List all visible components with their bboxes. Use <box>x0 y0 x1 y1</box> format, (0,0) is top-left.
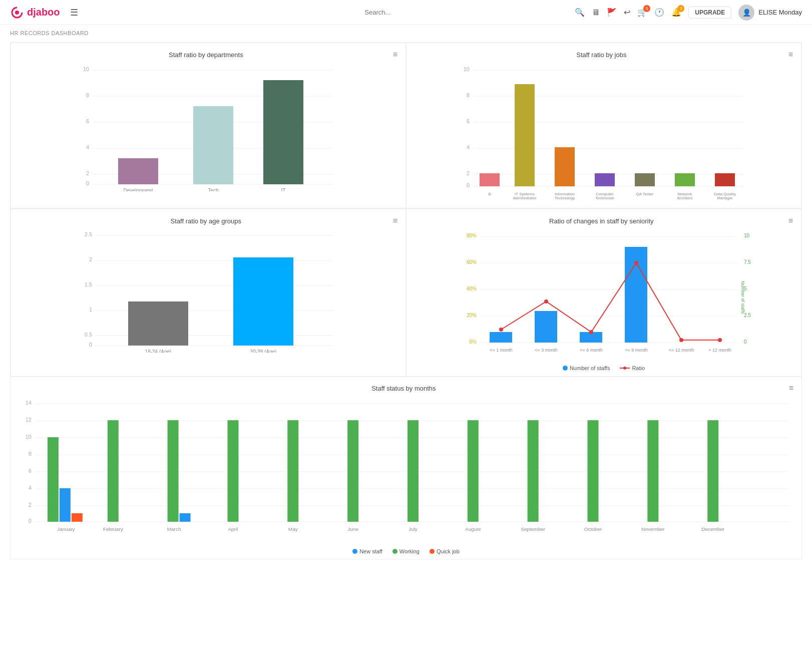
svg-text:IT: IT <box>281 188 286 191</box>
notif-badge: 3 <box>677 5 684 12</box>
monitor-icon[interactable]: 🖥 <box>592 8 600 17</box>
seniority-menu-icon[interactable]: ≡ <box>788 216 793 225</box>
user-info[interactable]: 👤 ELISE Monday <box>738 5 802 21</box>
svg-rect-127 <box>227 420 238 522</box>
jobs-chart-title: Staff ratio by jobs <box>576 51 626 59</box>
upgrade-button[interactable]: UPGRADE <box>688 7 731 19</box>
svg-text:8: 8 <box>29 451 32 457</box>
new-staff-dot <box>352 549 357 554</box>
svg-rect-62 <box>128 301 188 346</box>
svg-rect-47 <box>715 173 735 186</box>
svg-text:0: 0 <box>89 342 92 348</box>
logo[interactable]: djaboo <box>10 6 60 20</box>
svg-text:July: July <box>409 526 418 532</box>
search-bar <box>364 9 565 16</box>
svg-rect-118 <box>48 437 59 522</box>
svg-text:February: February <box>103 526 123 532</box>
svg-text:80%: 80% <box>467 233 477 238</box>
svg-text:10: 10 <box>744 233 750 238</box>
svg-rect-42 <box>635 173 655 186</box>
svg-text:November: November <box>641 526 665 532</box>
flag-icon[interactable]: 🚩 <box>607 8 617 17</box>
svg-point-101 <box>623 367 626 370</box>
svg-text:0.5: 0.5 <box>85 332 92 338</box>
logo-icon <box>10 6 24 20</box>
svg-text:10: 10 <box>464 66 470 72</box>
page: HR RECORDS DASHBOARD Staff ratio by depa… <box>0 25 812 565</box>
svg-rect-44 <box>675 173 695 186</box>
dept-chart: Staff ratio by departments ≡ 10 8 6 4 2 … <box>11 43 406 208</box>
svg-text:2: 2 <box>467 170 470 176</box>
svg-text:<= 1 month: <= 1 month <box>490 348 513 353</box>
svg-text:2.5: 2.5 <box>85 231 92 237</box>
age-menu-icon[interactable]: ≡ <box>393 216 397 225</box>
clock-icon[interactable]: 🕐 <box>654 8 664 17</box>
jobs-menu-icon[interactable]: ≡ <box>788 50 793 59</box>
svg-rect-119 <box>60 488 71 522</box>
svg-text:2: 2 <box>89 256 92 262</box>
ratio-legend-icon <box>620 366 630 371</box>
svg-text:30-39 (Age): 30-39 (Age) <box>250 349 277 353</box>
svg-rect-82 <box>490 332 512 343</box>
svg-rect-120 <box>72 513 83 522</box>
cart-badge: 5 <box>643 5 650 12</box>
svg-text:40%: 40% <box>467 286 477 291</box>
header: djaboo ☰ 🔍 🖥 🚩 ↩ 🛒5 🕐 🔔3 UPGRADE 👤 ELISE… <box>0 0 812 25</box>
search-icon[interactable]: 🔍 <box>575 8 585 17</box>
dept-chart-svg: 10 8 6 4 2 0 Development Tech <box>19 61 397 191</box>
seniority-legend: Number of staffs Ratio <box>415 365 793 371</box>
dept-menu-icon[interactable]: ≡ <box>393 50 397 59</box>
svg-text:<= 12 month: <= 12 month <box>669 348 694 353</box>
svg-text:10: 10 <box>26 434 32 440</box>
svg-text:4: 4 <box>86 144 89 150</box>
quick-job-legend: Quick job <box>430 548 460 554</box>
quick-job-label: Quick job <box>437 548 460 554</box>
svg-rect-135 <box>468 420 479 522</box>
new-staff-label: New staff <box>359 548 382 554</box>
dept-chart-title: Staff ratio by departments <box>169 51 243 59</box>
logo-text: djaboo <box>27 7 60 18</box>
svg-text:1: 1 <box>89 306 92 312</box>
svg-text:March: March <box>167 526 181 532</box>
user-name: ELISE Monday <box>758 9 802 16</box>
monthly-menu-icon[interactable]: ≡ <box>789 384 793 393</box>
ratio-legend-label: Ratio <box>632 365 645 371</box>
svg-text:6: 6 <box>467 118 470 124</box>
svg-text:2: 2 <box>29 502 32 508</box>
svg-text:January: January <box>57 526 75 532</box>
svg-point-94 <box>499 328 503 332</box>
svg-text:B: B <box>488 192 491 196</box>
svg-text:<= 3 month: <= 3 month <box>535 348 558 353</box>
svg-text:Technology: Technology <box>555 196 575 200</box>
svg-rect-15 <box>193 106 233 184</box>
svg-text:4: 4 <box>29 485 32 491</box>
svg-text:<= 9 month: <= 9 month <box>625 348 648 353</box>
hamburger-icon[interactable]: ☰ <box>70 7 78 18</box>
svg-text:4: 4 <box>467 144 470 150</box>
svg-text:1.5: 1.5 <box>85 281 92 287</box>
notif-icon[interactable]: 🔔3 <box>671 8 681 17</box>
svg-point-0 <box>15 11 19 15</box>
search-input[interactable] <box>364 9 565 16</box>
staffs-legend-dot <box>563 366 568 371</box>
svg-rect-139 <box>588 420 599 522</box>
svg-text:Technician: Technician <box>595 196 614 200</box>
cart-icon[interactable]: 🛒5 <box>637 8 647 17</box>
svg-text:Manager: Manager <box>717 196 733 200</box>
svg-text:10: 10 <box>83 66 89 72</box>
svg-point-95 <box>544 299 548 303</box>
quick-job-dot <box>430 549 435 554</box>
share-icon[interactable]: ↩ <box>624 8 630 17</box>
breadcrumb: HR RECORDS DASHBOARD <box>10 30 802 36</box>
svg-text:0%: 0% <box>470 339 477 345</box>
svg-rect-122 <box>108 420 119 522</box>
age-chart-title: Staff ratio by age groups <box>171 217 241 225</box>
svg-point-99 <box>718 338 722 342</box>
svg-rect-39 <box>595 173 615 186</box>
age-chart-svg: 2.5 2 1.5 1 0.5 0 18-24 (Age) 30-39 (Age… <box>19 227 397 353</box>
svg-text:60%: 60% <box>467 259 477 265</box>
svg-rect-83 <box>535 311 557 343</box>
svg-text:8: 8 <box>467 92 470 98</box>
monthly-chart-svg: 14 12 10 8 6 4 2 0 January <box>19 395 793 545</box>
svg-text:<= 6 month: <= 6 month <box>580 348 603 353</box>
